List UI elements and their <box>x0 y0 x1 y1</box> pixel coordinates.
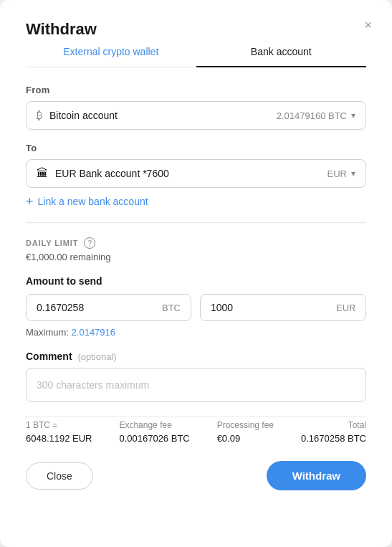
tab-bank-account[interactable]: Bank account <box>196 39 367 67</box>
eur-amount-input-wrap: EUR <box>200 294 366 321</box>
link-new-bank-account-button[interactable]: + Link a new bank account <box>26 195 148 208</box>
exchange-rate-value: 6048.1192 EUR <box>26 433 92 444</box>
tab-external-crypto[interactable]: External crypto wallet <box>26 39 196 67</box>
plus-icon: + <box>26 195 34 208</box>
comment-input[interactable] <box>26 368 366 402</box>
daily-limit-label: DAILY LIMIT <box>26 239 78 247</box>
from-account-balance: 2.01479160 BTC <box>277 110 347 121</box>
max-text: Maximum: 2.0147916 <box>26 327 366 338</box>
divider <box>26 222 366 223</box>
processing-fee-header: Processing fee <box>217 420 274 430</box>
exchange-fee-value: 0.00167026 BTC <box>119 433 189 444</box>
to-currency: EUR <box>328 168 347 179</box>
btc-currency-label: BTC <box>162 303 181 313</box>
link-account-label: Link a new bank account <box>38 196 148 207</box>
daily-limit-remaining: €1,000.00 remaining <box>26 252 366 262</box>
chevron-down-icon: ▾ <box>351 110 355 120</box>
from-label: From <box>26 85 366 95</box>
modal-title: Withdraw <box>26 20 97 38</box>
from-account-selector[interactable]: ₿ Bitcoin account 2.01479160 BTC ▾ <box>26 101 366 130</box>
summary-total: Total 0.1670258 BTC <box>301 420 366 444</box>
to-account-name: EUR Bank account *7600 <box>55 168 328 179</box>
to-account-selector[interactable]: 🏛 EUR Bank account *7600 EUR ▾ <box>26 159 366 188</box>
exchange-rate-header: 1 BTC = <box>26 420 92 430</box>
info-icon[interactable]: ? <box>84 237 95 249</box>
tab-bar: External crypto wallet Bank account <box>26 39 366 67</box>
total-header: Total <box>301 420 366 430</box>
withdraw-button[interactable]: Withdraw <box>267 461 366 490</box>
summary-row: 1 BTC = 6048.1192 EUR Exchange fee 0.001… <box>26 417 366 444</box>
btc-amount-input-wrap: BTC <box>26 294 191 321</box>
eur-amount-input[interactable] <box>211 302 336 313</box>
close-icon[interactable]: × <box>364 19 372 32</box>
comment-optional: (optional) <box>77 351 116 362</box>
processing-fee-value: €0.09 <box>217 433 274 444</box>
btc-amount-input[interactable] <box>37 302 162 313</box>
amount-row: BTC EUR <box>26 294 366 321</box>
summary-processing-fee: Processing fee €0.09 <box>217 420 274 444</box>
to-field: To 🏛 EUR Bank account *7600 EUR ▾ + Link… <box>26 143 366 208</box>
chevron-down-icon: ▾ <box>351 168 355 179</box>
comment-label: Comment (optional) <box>26 351 366 362</box>
bitcoin-icon: ₿ <box>37 109 42 122</box>
from-account-name: Bitcoin account <box>49 110 277 121</box>
comment-field: Comment (optional) <box>26 351 366 402</box>
total-value: 0.1670258 BTC <box>301 433 366 444</box>
close-button[interactable]: Close <box>26 462 93 490</box>
eur-currency-label: EUR <box>336 303 355 313</box>
max-value-link[interactable]: 2.0147916 <box>72 327 115 338</box>
button-row: Close Withdraw <box>26 461 366 490</box>
daily-limit-row: DAILY LIMIT ? <box>26 237 366 249</box>
withdraw-modal: Withdraw × External crypto wallet Bank a… <box>0 0 392 547</box>
exchange-fee-header: Exchange fee <box>119 420 189 430</box>
summary-exchange-rate: 1 BTC = 6048.1192 EUR <box>26 420 92 444</box>
bank-icon: 🏛 <box>37 167 48 180</box>
summary-exchange-fee: Exchange fee 0.00167026 BTC <box>119 420 189 444</box>
to-label: To <box>26 143 366 153</box>
from-field: From ₿ Bitcoin account 2.01479160 BTC ▾ <box>26 85 366 130</box>
amount-label: Amount to send <box>26 275 366 287</box>
